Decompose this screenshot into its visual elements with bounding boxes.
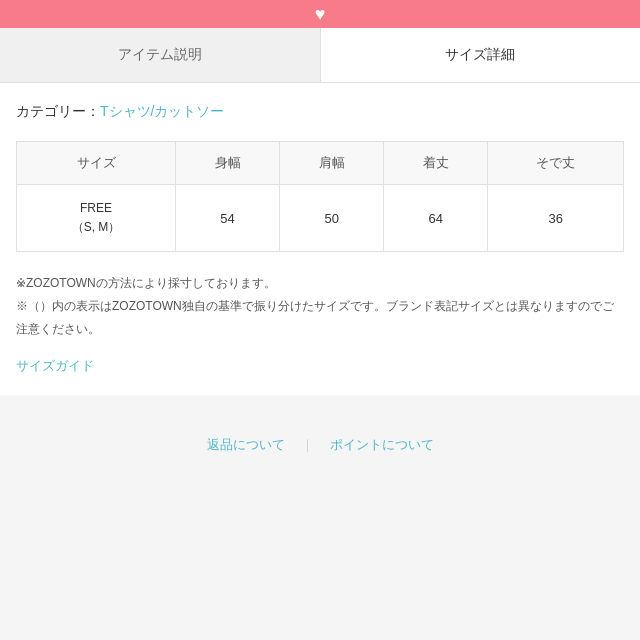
table-row: FREE（S, M） 54 50 64 36: [17, 185, 624, 252]
note-2: ※（）内の表示はZOZOTOWN独自の基準で振り分けたサイズです。ブランド表記サ…: [16, 295, 624, 341]
col-header-sleeve: そで丈: [488, 142, 624, 185]
col-header-shoulder: 肩幅: [280, 142, 384, 185]
top-bar: ♥: [0, 0, 640, 28]
footer-points-link[interactable]: ポイントについて: [330, 436, 434, 454]
main-content: カテゴリー：Tシャツ/カットソー サイズ 身幅 肩幅 着丈 そで丈 FREE（S…: [0, 83, 640, 395]
cell-size: FREE（S, M）: [17, 185, 176, 252]
footer-divider: ｜: [301, 436, 314, 454]
cell-sleeve: 36: [488, 185, 624, 252]
tabs-container: アイテム説明 サイズ詳細: [0, 28, 640, 83]
footer-return-link[interactable]: 返品について: [207, 436, 285, 454]
table-header-row: サイズ 身幅 肩幅 着丈 そで丈: [17, 142, 624, 185]
tab-size-detail-label: サイズ詳細: [445, 46, 515, 62]
category-prefix: カテゴリー：: [16, 103, 100, 119]
cell-body-width: 54: [176, 185, 280, 252]
cell-length: 64: [384, 185, 488, 252]
notes-section: ※ZOZOTOWNの方法により採寸しております。 ※（）内の表示はZOZOTOW…: [16, 272, 624, 340]
col-header-size: サイズ: [17, 142, 176, 185]
col-header-body-width: 身幅: [176, 142, 280, 185]
category-link[interactable]: Tシャツ/カットソー: [100, 103, 224, 119]
cell-shoulder: 50: [280, 185, 384, 252]
size-table: サイズ 身幅 肩幅 着丈 そで丈 FREE（S, M） 54 50 64 36: [16, 141, 624, 252]
tab-item-description[interactable]: アイテム説明: [0, 28, 321, 82]
tab-item-description-label: アイテム説明: [118, 46, 202, 62]
size-label: FREE（S, M）: [25, 199, 167, 237]
footer: 返品について ｜ ポイントについて: [0, 395, 640, 495]
heart-icon: ♥: [315, 4, 326, 25]
col-header-length: 着丈: [384, 142, 488, 185]
size-guide-link[interactable]: サイズガイド: [16, 358, 94, 373]
category-row: カテゴリー：Tシャツ/カットソー: [16, 103, 624, 121]
note-1: ※ZOZOTOWNの方法により採寸しております。: [16, 272, 624, 295]
tab-size-detail[interactable]: サイズ詳細: [321, 28, 641, 82]
